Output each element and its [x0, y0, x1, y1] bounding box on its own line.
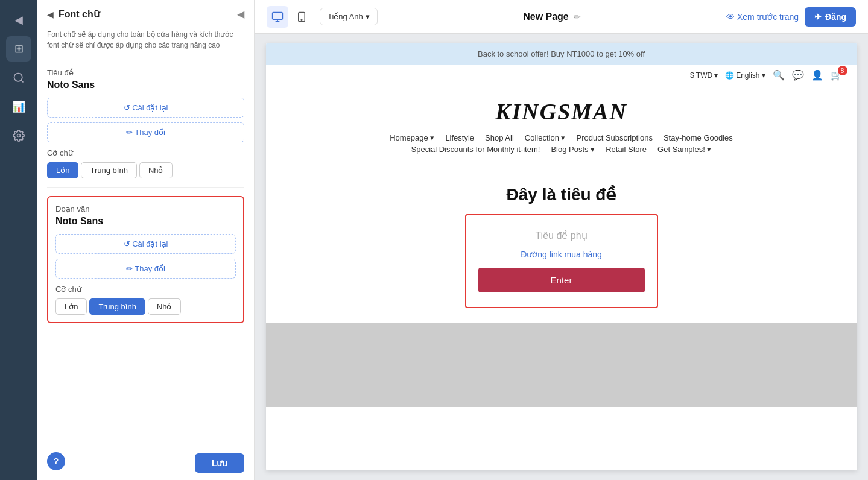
sidebar-icons: ◀ ⊞ 📊 — [0, 0, 37, 480]
panel-collapse-button[interactable]: ◀ — [237, 8, 244, 20]
editor-area: Tiếng Anh ▾ New Page ✏ 👁 Xem trước trang… — [255, 0, 868, 480]
nav-stay-home-goodies[interactable]: Stay-home Goodies — [664, 133, 733, 142]
desktop-device-button[interactable] — [267, 6, 288, 28]
canvas[interactable]: Back to school offer! Buy NT1000 to get … — [255, 34, 868, 480]
language-arrow: ▾ — [366, 12, 370, 21]
heading-size-group: Lớn Trung bình Nhỏ — [47, 162, 244, 178]
paragraph-size-label: Cỡ chữ — [55, 285, 236, 294]
publish-label: Đăng — [825, 12, 846, 22]
heading-change-button[interactable]: ✏ Thay đổi — [47, 122, 244, 142]
topbar-icons: 🔍 💬 👤 🛒 8 — [773, 69, 843, 81]
device-buttons — [267, 6, 312, 28]
cart-icon[interactable]: 🛒 8 — [831, 69, 843, 81]
font-panel: ◀ Font chữ ◀ Font chữ sẽ áp dụng cho toà… — [37, 0, 255, 480]
heading-size-medium[interactable]: Trung bình — [81, 162, 136, 178]
nav-row-1: Homepage ▾ Lifestyle Shop All Collection… — [280, 133, 843, 142]
paragraph-reset-button[interactable]: ↺ Cài đặt lại — [55, 234, 236, 254]
mobile-device-button[interactable] — [291, 6, 312, 28]
heading-font-name: Noto Sans — [47, 80, 244, 90]
nav-retail-store[interactable]: Retail Store — [606, 145, 647, 154]
panel-footer: Lưu — [37, 446, 254, 480]
currency-label: $ TWD — [690, 71, 712, 80]
help-button[interactable]: ? — [47, 452, 65, 470]
nav-shop-all[interactable]: Shop All — [485, 133, 514, 142]
panel-header: ◀ Font chữ ◀ — [37, 0, 254, 24]
publish-button[interactable]: ✈ Đăng — [805, 7, 856, 27]
site-logo: KINGSMAN — [266, 86, 857, 130]
sidebar-settings-icon[interactable] — [6, 123, 31, 148]
paragraph-size-medium[interactable]: Trung bình — [89, 298, 145, 315]
nav-product-subscriptions[interactable]: Product Subscriptions — [576, 133, 652, 142]
paragraph-size-group: Lớn Trung bình Nhỏ — [55, 298, 236, 315]
site-topbar: $ TWD ▾ 🌐 English ▾ 🔍 💬 👤 🛒 8 — [266, 65, 857, 86]
content-subtitle: Tiêu đề phụ — [478, 230, 645, 241]
paragraph-label: Đoạn văn — [55, 204, 236, 213]
hero-title: Đây là tiêu đề — [280, 185, 843, 204]
site-frame: Back to school offer! Buy NT1000 to get … — [266, 43, 857, 470]
search-icon[interactable]: 🔍 — [773, 69, 785, 81]
heading-label: Tiêu đề — [47, 68, 244, 77]
topbar-lang-arrow: ▾ — [762, 71, 765, 80]
heading-size-small[interactable]: Nhỏ — [139, 162, 173, 178]
language-topbar-selector[interactable]: 🌐 English ▾ — [725, 71, 765, 80]
page-title-edit-button[interactable]: ✏ — [574, 12, 581, 22]
currency-arrow: ▾ — [714, 71, 718, 80]
sidebar-back-icon[interactable]: ◀ — [6, 7, 31, 33]
page-title-area: New Page ✏ — [523, 11, 581, 22]
paragraph-section-box: Đoạn văn Noto Sans ↺ Cài đặt lại ✏ Thay … — [47, 196, 244, 323]
toolbar-right: 👁 Xem trước trang ✈ Đăng — [726, 7, 856, 27]
topbar-lang-label: English — [736, 71, 759, 80]
paragraph-change-button[interactable]: ✏ Thay đổi — [55, 259, 236, 279]
publish-icon: ✈ — [814, 12, 822, 22]
paragraph-font-name: Noto Sans — [55, 216, 236, 227]
site-nav: Homepage ▾ Lifestyle Shop All Collection… — [266, 130, 857, 160]
nav-row-2: Special Discounts for Monthly it-item! B… — [280, 145, 843, 154]
nav-get-samples[interactable]: Get Samples! ▾ — [657, 145, 711, 154]
heading-size-label: Cỡ chữ — [47, 148, 244, 157]
account-icon[interactable]: 👤 — [811, 69, 823, 81]
preview-button[interactable]: 👁 Xem trước trang — [726, 12, 799, 22]
nav-blog-posts[interactable]: Blog Posts ▾ — [551, 145, 595, 154]
site-hero: Đây là tiêu đề Tiêu đề phụ Đường link mu… — [266, 160, 857, 323]
page-title: New Page — [523, 11, 569, 22]
paragraph-size-large[interactable]: Lớn — [55, 298, 87, 315]
heading-reset-button[interactable]: ↺ Cài đặt lại — [47, 98, 244, 118]
content-box: Tiêu đề phụ Đường link mua hàng Enter — [465, 214, 658, 308]
content-link[interactable]: Đường link mua hàng — [478, 250, 645, 259]
svg-point-0 — [14, 74, 22, 81]
sidebar-seo-icon[interactable] — [6, 65, 31, 90]
panel-back-button[interactable]: ◀ — [47, 10, 54, 19]
heading-section: Tiêu đề Noto Sans ↺ Cài đặt lại ✏ Thay đ… — [47, 68, 244, 178]
svg-point-4 — [301, 19, 302, 20]
panel-body: Tiêu đề Noto Sans ↺ Cài đặt lại ✏ Thay đ… — [37, 58, 254, 446]
sidebar-layout-icon[interactable]: ⊞ — [6, 36, 31, 62]
chat-icon[interactable]: 💬 — [792, 69, 804, 81]
svg-point-1 — [17, 134, 21, 137]
toolbar: Tiếng Anh ▾ New Page ✏ 👁 Xem trước trang… — [255, 0, 868, 34]
save-button[interactable]: Lưu — [195, 453, 244, 473]
nav-lifestyle[interactable]: Lifestyle — [445, 133, 474, 142]
paragraph-size-small[interactable]: Nhỏ — [148, 298, 181, 315]
heading-size-large[interactable]: Lớn — [47, 162, 78, 178]
panel-title: Font chữ — [59, 8, 232, 20]
site-gray-section — [266, 323, 857, 407]
language-label: Tiếng Anh — [328, 12, 363, 21]
enter-button[interactable]: Enter — [478, 268, 645, 292]
site-banner: Back to school offer! Buy NT1000 to get … — [266, 43, 857, 65]
nav-homepage[interactable]: Homepage ▾ — [390, 133, 434, 142]
panel-description: Font chữ sẽ áp dụng cho toàn bộ cửa hàng… — [37, 24, 254, 58]
nav-special-discounts[interactable]: Special Discounts for Monthly it-item! — [411, 145, 540, 154]
nav-collection[interactable]: Collection ▾ — [525, 133, 566, 142]
svg-rect-2 — [273, 12, 283, 19]
globe-icon: 🌐 — [725, 71, 734, 80]
language-selector[interactable]: Tiếng Anh ▾ — [320, 8, 378, 25]
cart-badge: 8 — [838, 66, 847, 75]
currency-selector[interactable]: $ TWD ▾ — [690, 71, 718, 80]
sidebar-analytics-icon[interactable]: 📊 — [6, 94, 31, 119]
